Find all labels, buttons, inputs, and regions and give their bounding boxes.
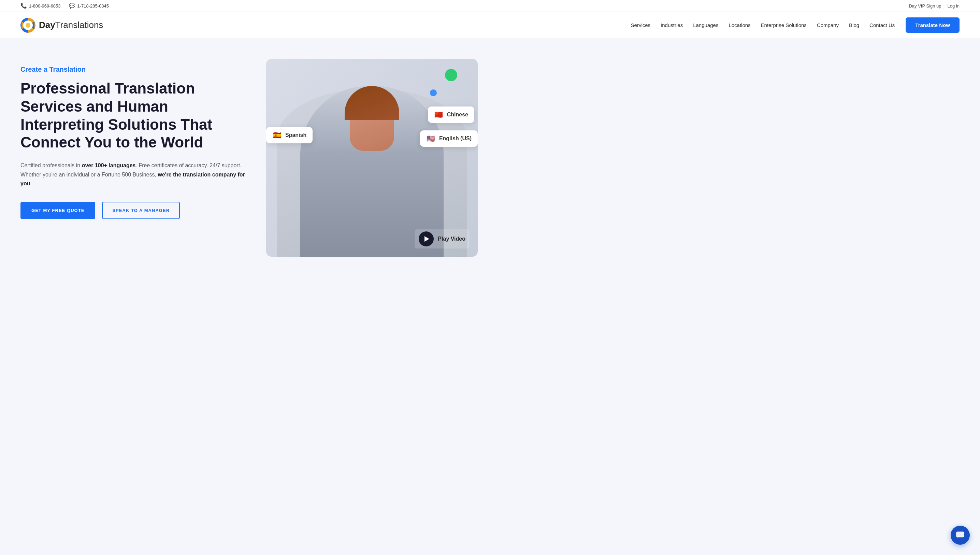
english-flag: 🇺🇸 (426, 134, 436, 143)
create-translation-label: Create a Translation (21, 66, 253, 74)
hero-headline: Professional Translation Services and Hu… (21, 80, 253, 152)
nav-enterprise[interactable]: Enterprise Solutions (756, 19, 812, 31)
desc-end: . (30, 181, 31, 186)
spanish-flag: 🇪🇸 (272, 130, 282, 140)
hero-right: 🇨🇳 Chinese 🇺🇸 English (US) 🇪🇸 Spanish Pl… (266, 59, 478, 257)
logo-text: DayTranslations (39, 20, 103, 30)
desc-line2-plain: Whether you're an individual or a Fortun… (21, 172, 158, 178)
hero-buttons: GET MY FREE QUOTE SPEAK TO A MANAGER (21, 202, 253, 219)
nav-services[interactable]: Services (626, 19, 655, 31)
nav-locations[interactable]: Locations (724, 19, 755, 31)
vip-signup-link[interactable]: Day VIP Sign up (909, 3, 941, 8)
decorative-dot-blue (430, 90, 437, 96)
desc-bold-1: over 100+ languages (82, 162, 136, 168)
logo[interactable]: DayTranslations (21, 18, 103, 33)
decorative-dot-green (445, 69, 457, 81)
top-bar: 📞 1-800-969-6853 💬 1-718-285-0845 Day VI… (0, 0, 980, 12)
phone-2: 1-718-285-0845 (77, 3, 109, 8)
logo-translations: Translations (55, 20, 103, 30)
language-badge-english: 🇺🇸 English (US) (420, 130, 478, 147)
play-circle (419, 231, 434, 247)
top-bar-left: 📞 1-800-969-6853 💬 1-718-285-0845 (21, 3, 109, 9)
language-badge-spanish: 🇪🇸 Spanish (266, 127, 312, 143)
chinese-label: Chinese (447, 112, 468, 118)
chinese-flag: 🇨🇳 (434, 110, 444, 119)
phone-1: 1-800-969-6853 (29, 3, 61, 8)
phone-icon: 📞 (21, 3, 27, 9)
navbar: DayTranslations Services Industries Lang… (0, 12, 980, 38)
whatsapp-icon: 💬 (69, 3, 75, 9)
login-link[interactable]: Log in (948, 3, 959, 8)
play-video-label: Play Video (438, 236, 466, 242)
logo-day: Day (39, 20, 55, 30)
nav-industries[interactable]: Industries (656, 19, 688, 31)
spanish-label: Spanish (285, 132, 306, 138)
nav-contact[interactable]: Contact Us (865, 19, 900, 31)
desc-plain-1: Certified professionals in (21, 162, 82, 168)
svg-rect-0 (956, 532, 964, 537)
logo-sun-dot (26, 23, 30, 28)
nav-blog[interactable]: Blog (844, 19, 864, 31)
hero-section: Create a Translation Professional Transl… (0, 38, 980, 270)
play-video-button[interactable]: Play Video (415, 229, 469, 249)
hero-description: Certified professionals in over 100+ lan… (21, 161, 253, 188)
logo-sun-inner (23, 21, 33, 30)
nav-languages[interactable]: Languages (688, 19, 723, 31)
play-triangle-icon (424, 236, 429, 242)
top-bar-right: Day VIP Sign up Log in (909, 3, 959, 8)
language-badge-chinese: 🇨🇳 Chinese (428, 106, 474, 123)
nav-links: Services Industries Languages Locations … (626, 19, 900, 31)
hero-left: Create a Translation Professional Transl… (21, 59, 253, 219)
speak-manager-button[interactable]: SPEAK TO A MANAGER (102, 202, 180, 219)
phone-1-item: 📞 1-800-969-6853 (21, 3, 61, 9)
english-label: English (US) (439, 135, 472, 142)
hero-image: 🇨🇳 Chinese 🇺🇸 English (US) 🇪🇸 Spanish Pl… (266, 59, 478, 257)
chat-button[interactable] (951, 526, 970, 545)
phone-2-item: 💬 1-718-285-0845 (69, 3, 109, 9)
logo-sun (21, 18, 35, 33)
chat-icon (956, 531, 965, 540)
logo-icon (21, 18, 35, 33)
get-quote-button[interactable]: GET MY FREE QUOTE (21, 202, 95, 219)
translate-now-button[interactable]: Translate Now (906, 18, 959, 33)
nav-company[interactable]: Company (812, 19, 844, 31)
desc-plain-2: . Free certificates of accuracy. 24/7 su… (136, 162, 242, 168)
